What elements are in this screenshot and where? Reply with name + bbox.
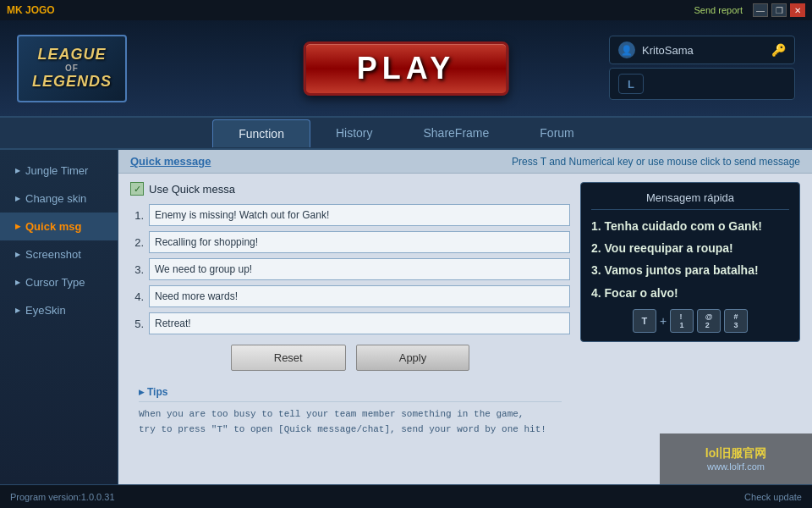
content-body: ✓ Use Quick messa 1. 2. 3. 4. <box>118 174 812 452</box>
titlebar: MK JOGO Send report — ❒ ✕ <box>0 0 812 20</box>
close-button[interactable]: ✕ <box>790 3 805 17</box>
msg-num-5: 5. <box>130 318 144 330</box>
watermark: lol旧服官网 www.lolrf.com <box>660 433 812 484</box>
use-quick-row: ✓ Use Quick messa <box>130 182 570 196</box>
app-title: MK JOGO <box>7 4 55 16</box>
logo-of: OF <box>65 64 79 73</box>
sidebar-label: Jungle Timer <box>25 164 88 177</box>
watermark-top: lol旧服官网 <box>705 446 766 461</box>
header: LEAGUE OF LEGENDS PLAY 👤 KritoSama 🔑 L <box>0 20 812 118</box>
sidebar-label: EyeSkin <box>25 304 66 317</box>
minimize-button[interactable]: — <box>753 3 768 17</box>
apply-button[interactable]: Apply <box>356 345 470 371</box>
sidebar-label: Screenshot <box>25 248 81 261</box>
tips-divider <box>139 401 562 402</box>
window-controls: Send report — ❒ ✕ <box>694 3 805 17</box>
statusbar: Program version:1.0.0.31 Check update <box>0 484 812 508</box>
sidebar-item-screenshot[interactable]: ▶ Screenshot <box>0 240 118 268</box>
arrow-icon: ▶ <box>15 167 20 174</box>
key-1: !1 <box>670 309 694 333</box>
logo-legends: LEGENDS <box>32 73 112 91</box>
play-button[interactable]: PLAY <box>304 41 509 96</box>
tab-forum[interactable]: Forum <box>514 119 599 146</box>
sidebar-label: Quick msg <box>25 220 81 233</box>
sidebar-item-cursor-type[interactable]: ▶ Cursor Type <box>0 268 118 296</box>
content-header: Quick message Press T and Numerical key … <box>118 150 812 174</box>
logo: LEAGUE OF LEGENDS <box>17 35 127 102</box>
arrow-icon: ▶ <box>15 195 20 202</box>
user-avatar-icon: 👤 <box>618 41 635 58</box>
sidebar-item-jungle-timer[interactable]: ▶ Jungle Timer <box>0 157 118 185</box>
tab-shareframe[interactable]: ShareFrame <box>398 119 515 146</box>
key-icon: 🔑 <box>771 43 786 57</box>
left-panel: ✓ Use Quick messa 1. 2. 3. 4. <box>130 182 570 444</box>
preview-item-2: 2. Vou reequipar a roupa! <box>591 240 789 256</box>
msg-row-2: 2. <box>130 231 570 253</box>
title-jogo: JOGO <box>25 4 55 16</box>
watermark-bottom: www.lolrf.com <box>707 461 765 472</box>
msg-row-4: 4. <box>130 285 570 307</box>
tips-text: When you are too busy to tell your team … <box>139 407 562 437</box>
message-preview: Mensagem rápida 1. Tenha cuidado com o G… <box>580 182 800 342</box>
nav-tabs: Function History ShareFrame Forum <box>0 118 812 150</box>
key-3: #3 <box>724 309 748 333</box>
msg-num-4: 4. <box>130 290 144 303</box>
sidebar-item-eyeskin[interactable]: ▶ EyeSkin <box>0 296 118 324</box>
key-row: T + !1 @2 #3 <box>591 309 789 333</box>
section-title: Quick message <box>130 155 211 168</box>
msg-input-1[interactable] <box>149 204 570 226</box>
rank-badge: L <box>618 74 644 94</box>
preview-item-3: 3. Vamos juntos para batalha! <box>591 262 789 278</box>
tab-function[interactable]: Function <box>212 119 310 147</box>
msg-row-1: 1. <box>130 204 570 226</box>
rank-row: L <box>609 68 795 100</box>
preview-item-1: 1. Tenha cuidado com o Gank! <box>591 218 789 234</box>
tips-title: Tips <box>139 386 562 398</box>
sidebar-item-quick-msg[interactable]: ▶ Quick msg <box>0 213 118 240</box>
send-report-link[interactable]: Send report <box>694 5 743 15</box>
msg-row-5: 5. <box>130 312 570 334</box>
arrow-icon: ▶ <box>15 306 20 314</box>
check-update-link[interactable]: Check update <box>744 492 802 502</box>
tips-section: Tips When you are too busy to tell your … <box>130 379 570 444</box>
arrow-icon: ▶ <box>15 223 20 230</box>
sidebar: ▶ Jungle Timer ▶ Change skin ▶ Quick msg… <box>0 150 118 484</box>
restore-button[interactable]: ❒ <box>771 3 787 17</box>
msg-row-3: 3. <box>130 258 570 280</box>
title-mk: MK <box>7 4 23 16</box>
sidebar-item-change-skin[interactable]: ▶ Change skin <box>0 185 118 213</box>
key-2: @2 <box>697 309 721 333</box>
msg-input-5[interactable] <box>149 312 570 334</box>
logo-league: LEAGUE <box>37 46 106 64</box>
preview-title: Mensagem rápida <box>591 191 789 210</box>
key-t: T <box>633 309 656 333</box>
sidebar-label: Change skin <box>25 192 86 205</box>
user-panel: 👤 KritoSama 🔑 L <box>609 36 795 103</box>
play-button-container: PLAY <box>304 41 509 96</box>
username-row: 👤 KritoSama 🔑 <box>609 36 795 64</box>
preview-item-4: 4. Focar o alvo! <box>591 285 789 301</box>
button-row: Reset Apply <box>130 345 570 371</box>
username-label: KritoSama <box>642 44 694 57</box>
hint-text: Press T and Numerical key or use mouse c… <box>512 156 800 168</box>
arrow-icon: ▶ <box>15 251 20 258</box>
use-quick-label: Use Quick messa <box>149 183 235 196</box>
use-quick-checkbox[interactable]: ✓ <box>130 182 144 196</box>
msg-input-4[interactable] <box>149 285 570 307</box>
right-panel: Mensagem rápida 1. Tenha cuidado com o G… <box>580 182 800 444</box>
msg-input-2[interactable] <box>149 231 570 253</box>
reset-button[interactable]: Reset <box>231 345 346 371</box>
msg-num-2: 2. <box>130 236 144 249</box>
sidebar-label: Cursor Type <box>25 276 85 289</box>
msg-num-1: 1. <box>130 209 144 222</box>
tab-history[interactable]: History <box>310 119 398 146</box>
version-label: Program version:1.0.0.31 <box>10 492 115 502</box>
msg-input-3[interactable] <box>149 258 570 280</box>
arrow-icon: ▶ <box>15 279 20 286</box>
msg-num-3: 3. <box>130 263 144 276</box>
key-plus: + <box>660 314 667 328</box>
